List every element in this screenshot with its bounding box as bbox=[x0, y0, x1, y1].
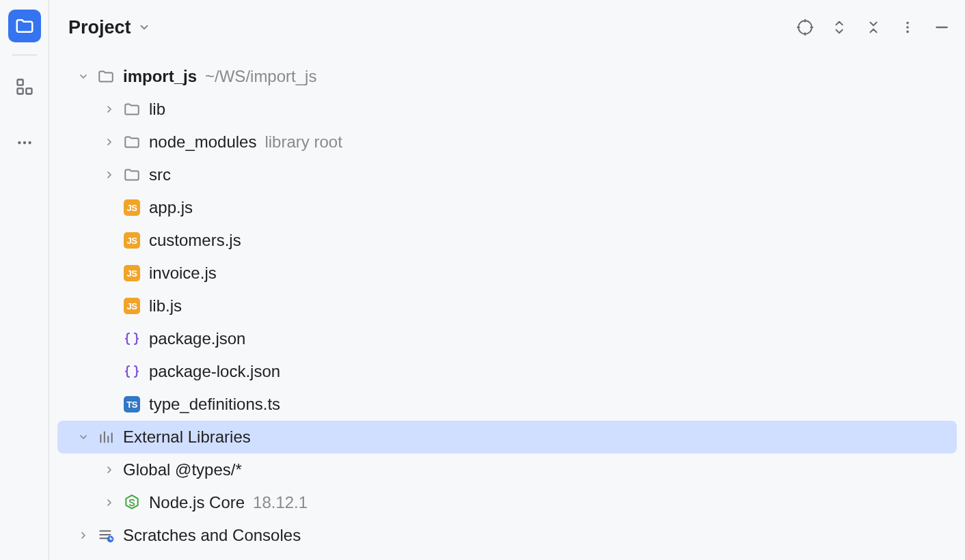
project-panel: Project import_js bbox=[49, 0, 965, 560]
folder-icon bbox=[123, 133, 141, 151]
structure-tool-button[interactable] bbox=[8, 70, 41, 103]
folder-label: lib bbox=[149, 100, 165, 119]
expand-collapse-button[interactable] bbox=[830, 18, 849, 37]
js-file-icon: JS bbox=[123, 232, 141, 249]
svg-rect-2 bbox=[26, 88, 31, 94]
js-file-icon: JS bbox=[123, 199, 141, 216]
tree-external-libraries[interactable]: External Libraries bbox=[57, 421, 957, 453]
chevron-down-icon[interactable] bbox=[75, 68, 92, 85]
file-label: package-lock.json bbox=[149, 362, 280, 381]
file-label: customers.js bbox=[149, 231, 241, 250]
target-icon bbox=[796, 18, 814, 36]
tree-global-types[interactable]: Global @types/* bbox=[49, 453, 965, 486]
tree-file-package-lock-json[interactable]: package-lock.json bbox=[49, 355, 965, 388]
library-icon bbox=[97, 428, 115, 446]
file-label: type_definitions.ts bbox=[149, 395, 280, 414]
chevron-right-icon[interactable] bbox=[101, 134, 118, 150]
panel-title: Project bbox=[68, 17, 131, 38]
folder-label: src bbox=[149, 165, 171, 184]
nodejs-icon bbox=[123, 494, 141, 512]
node-version: 18.12.1 bbox=[253, 493, 308, 512]
file-label: package.json bbox=[149, 329, 245, 348]
tool-sidebar bbox=[0, 0, 49, 560]
tree-folder-src[interactable]: src bbox=[49, 158, 965, 191]
more-tools-button[interactable] bbox=[8, 126, 41, 159]
svg-point-4 bbox=[23, 141, 25, 144]
chevron-down-icon bbox=[138, 21, 150, 33]
node-label: Scratches and Consoles bbox=[123, 526, 301, 545]
root-name: import_js bbox=[123, 67, 197, 86]
tree-file-app-js[interactable]: JS app.js bbox=[49, 191, 965, 224]
project-header: Project bbox=[49, 0, 965, 55]
node-label: Node.js Core bbox=[149, 493, 245, 512]
tree-folder-node-modules[interactable]: node_modules library root bbox=[49, 126, 965, 158]
structure-icon bbox=[15, 77, 34, 96]
folder-icon bbox=[97, 68, 115, 85]
json-file-icon bbox=[123, 330, 141, 348]
chevron-down-icon[interactable] bbox=[75, 429, 92, 445]
svg-rect-1 bbox=[17, 88, 23, 94]
svg-point-12 bbox=[906, 26, 909, 29]
svg-point-6 bbox=[798, 20, 812, 34]
node-label: Global @types/* bbox=[123, 460, 242, 479]
folder-icon bbox=[123, 166, 141, 184]
hide-panel-button[interactable] bbox=[932, 18, 951, 37]
file-label: invoice.js bbox=[149, 264, 217, 283]
svg-point-3 bbox=[18, 141, 21, 144]
tree-scratches[interactable]: Scratches and Consoles bbox=[49, 519, 965, 552]
view-switcher[interactable]: Project bbox=[68, 17, 150, 38]
collapse-all-button[interactable] bbox=[864, 18, 883, 37]
more-horizontal-icon bbox=[16, 134, 33, 152]
js-file-icon: JS bbox=[123, 264, 141, 282]
sidebar-divider bbox=[12, 55, 37, 55]
chevron-right-icon[interactable] bbox=[101, 167, 118, 183]
folder-suffix: library root bbox=[264, 132, 342, 152]
chevron-right-icon[interactable] bbox=[75, 527, 92, 544]
minimize-icon bbox=[933, 18, 951, 36]
tree-file-customers-js[interactable]: JS customers.js bbox=[49, 224, 965, 257]
collapse-icon bbox=[866, 18, 881, 36]
svg-rect-0 bbox=[17, 80, 23, 85]
js-file-icon: JS bbox=[123, 297, 141, 315]
tree-root[interactable]: import_js ~/WS/import_js bbox=[49, 60, 965, 93]
chevron-right-icon[interactable] bbox=[101, 494, 118, 511]
expand-collapse-icon bbox=[832, 18, 847, 36]
folder-icon bbox=[123, 100, 141, 118]
svg-point-13 bbox=[906, 31, 909, 33]
file-label: lib.js bbox=[149, 296, 182, 316]
tree-file-invoice-js[interactable]: JS invoice.js bbox=[49, 257, 965, 290]
tree-file-package-json[interactable]: package.json bbox=[49, 322, 965, 355]
folder-label: node_modules bbox=[149, 132, 256, 152]
select-opened-file-button[interactable] bbox=[796, 18, 815, 37]
scratches-icon bbox=[97, 527, 115, 544]
svg-point-5 bbox=[28, 141, 31, 144]
tree-file-type-definitions-ts[interactable]: TS type_definitions.ts bbox=[49, 388, 965, 421]
tree-node-core[interactable]: Node.js Core 18.12.1 bbox=[49, 486, 965, 519]
svg-point-11 bbox=[906, 22, 909, 25]
chevron-right-icon[interactable] bbox=[101, 101, 118, 117]
more-vertical-icon bbox=[900, 18, 915, 36]
folder-icon bbox=[14, 16, 35, 36]
file-label: app.js bbox=[149, 198, 193, 217]
chevron-right-icon[interactable] bbox=[101, 462, 118, 478]
json-file-icon bbox=[123, 363, 141, 380]
project-tool-button[interactable] bbox=[8, 10, 41, 42]
tree-folder-lib[interactable]: lib bbox=[49, 93, 965, 126]
node-label: External Libraries bbox=[123, 428, 251, 447]
tree-file-lib-js[interactable]: JS lib.js bbox=[49, 290, 965, 322]
root-path: ~/WS/import_js bbox=[205, 67, 316, 86]
project-tree: import_js ~/WS/import_js lib node_module… bbox=[49, 55, 965, 560]
ts-file-icon: TS bbox=[123, 395, 141, 413]
options-button[interactable] bbox=[898, 18, 917, 37]
